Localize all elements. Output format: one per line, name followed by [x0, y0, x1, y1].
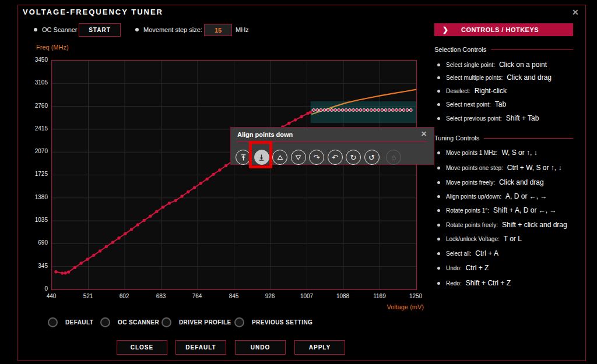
radio-option-driver-profile[interactable]: DRIVER PROFILE [161, 317, 231, 327]
hotkey-label: Rotate points 1°: [446, 207, 489, 214]
y-tick: 0 [23, 285, 48, 292]
hotkey-keys: Ctrl + W, S or ↑, ↓ [507, 164, 562, 172]
bullet-icon [437, 103, 440, 106]
hotkey-item: Move points one step:Ctrl + W, S or ↑, ↓ [437, 164, 562, 172]
hotkey-keys: W, S or ↑, ↓ [501, 149, 537, 157]
y-tick: 3450 [23, 56, 48, 63]
default-button[interactable]: DEFAULT [175, 340, 226, 355]
oc-scanner-label: OC Scanner [42, 26, 78, 33]
radio-option-previous-setting[interactable]: PREVIOUS SETTING [234, 317, 312, 327]
bullet-icon [34, 28, 37, 31]
apply-button[interactable]: APPLY [294, 340, 345, 355]
radio-icon[interactable] [100, 317, 110, 327]
bullet-icon [437, 267, 440, 270]
redo-button[interactable]: ↻ [346, 150, 361, 165]
bullet-icon [437, 209, 440, 212]
y-tick: 2415 [23, 125, 48, 132]
rotate-cw-icon: ↷ [314, 154, 320, 161]
selection-controls-section: Selection Controls [434, 46, 573, 53]
step-size-label: Movement step size: [143, 26, 202, 33]
hotkey-item: Rotate points 1°:Shift + A, D or ←, → [437, 206, 556, 214]
start-button[interactable]: START [79, 23, 121, 37]
step-size-input[interactable] [204, 24, 232, 36]
y-tick: 2070 [23, 148, 48, 154]
y-tick: 1035 [23, 217, 48, 223]
y-tick: 1725 [23, 171, 48, 177]
hotkey-label: Lock/unlock Voltage: [446, 236, 500, 242]
bullet-icon [135, 28, 139, 31]
lock-icon [389, 153, 398, 162]
hotkey-label: Select next point: [446, 101, 491, 108]
radio-option-default[interactable]: DEFAULT [48, 317, 93, 327]
hotkey-item: Select next point:Tab [437, 100, 506, 108]
rotate-points-cw-button[interactable]: ↷ [309, 150, 324, 165]
x-tick: 926 [257, 293, 283, 299]
x-axis-title: Voltage (mV) [382, 303, 424, 310]
hotkey-label: Select all: [446, 250, 471, 257]
hotkey-keys: Shift + click and drag [502, 221, 567, 229]
x-tick: 1250 [403, 293, 429, 299]
hotkey-label: Rotate points freely: [446, 222, 498, 228]
bullet-icon [437, 76, 440, 79]
radio-icon[interactable] [48, 317, 58, 327]
hotkey-keys: Click on a point [499, 61, 547, 69]
hotkey-label: Move points 1 MHz: [446, 150, 497, 156]
y-tick: 345 [23, 263, 48, 269]
undo-button[interactable]: UNDO [235, 340, 286, 355]
highlight-annotation-box [249, 141, 272, 168]
radio-option-oc-scanner[interactable]: OC SCANNER [100, 317, 159, 327]
hotkey-label: Move points freely: [446, 179, 495, 186]
hotkey-keys: Shift + Tab [506, 114, 539, 122]
close-button[interactable]: CLOSE [117, 340, 167, 355]
x-tick: 683 [148, 293, 174, 299]
hotkey-keys: T or L [504, 235, 522, 243]
radio-icon[interactable] [161, 317, 171, 327]
chevron-right-icon: ❯ [443, 26, 448, 34]
bullet-icon [437, 63, 440, 66]
hotkey-item: Undo:Ctrl + Z [437, 264, 489, 272]
popup-close-icon[interactable]: ✕ [421, 130, 427, 138]
y-tick: 2760 [23, 103, 48, 109]
vf-curve-plot[interactable] [51, 60, 417, 290]
screen: VOLTAGE-FREQUENCY TUNER ✕ OC Scanner STA… [0, 0, 597, 364]
x-tick: 1007 [294, 293, 319, 299]
rotate-points-ccw-button[interactable]: ↶ [328, 150, 343, 165]
radio-icon[interactable] [234, 317, 244, 327]
x-tick: 440 [38, 293, 64, 299]
radio-label: DRIVER PROFILE [179, 319, 231, 326]
bullet-icon [437, 252, 440, 255]
section-divider [491, 50, 573, 50]
bullet-icon [437, 238, 440, 241]
bullet-icon [437, 167, 440, 169]
vf-curve-svg [52, 61, 416, 289]
step-unit-label: MHz [236, 26, 249, 33]
hotkey-item: Select single point:Click on a point [437, 61, 547, 69]
hotkey-keys: Right-click [475, 87, 507, 95]
undo-button[interactable]: ↺ [364, 150, 380, 165]
hotkey-item: Lock/unlock Voltage:T or L [437, 235, 522, 243]
hotkey-keys: Ctrl + Z [466, 264, 489, 272]
hotkey-label: Select previous point: [446, 115, 502, 122]
bullet-icon [437, 117, 440, 120]
y-tick: 690 [23, 239, 48, 246]
hotkey-label: Select single point: [446, 62, 495, 68]
lock-voltage-button[interactable] [386, 150, 401, 165]
hotkey-label: Redo: [446, 280, 462, 287]
hotkey-label: Align points up/down: [446, 193, 501, 200]
popup-title: Align points down [237, 131, 293, 138]
hotkey-keys: Tab [495, 100, 506, 108]
triangle-down-icon [294, 153, 303, 162]
close-icon[interactable]: ✕ [572, 8, 579, 17]
tuning-controls-section: Tuning Controls [434, 135, 573, 142]
bullet-icon [437, 90, 440, 93]
move-points-down-button[interactable] [291, 150, 306, 165]
align-tools-popup: Align points down ✕ [230, 127, 434, 165]
move-points-up-button[interactable] [272, 150, 287, 165]
hotkey-item: Select previous point:Shift + Tab [437, 114, 539, 122]
controls-hotkeys-header[interactable]: ❯ CONTROLS / HOTKEYS [434, 23, 573, 36]
hotkey-keys: Shift + Ctrl + Z [466, 279, 511, 287]
x-tick: 1169 [367, 293, 392, 299]
triangle-up-icon [276, 153, 285, 162]
x-tick: 521 [75, 293, 101, 299]
hotkey-item: Select all:Ctrl + A [437, 249, 498, 257]
